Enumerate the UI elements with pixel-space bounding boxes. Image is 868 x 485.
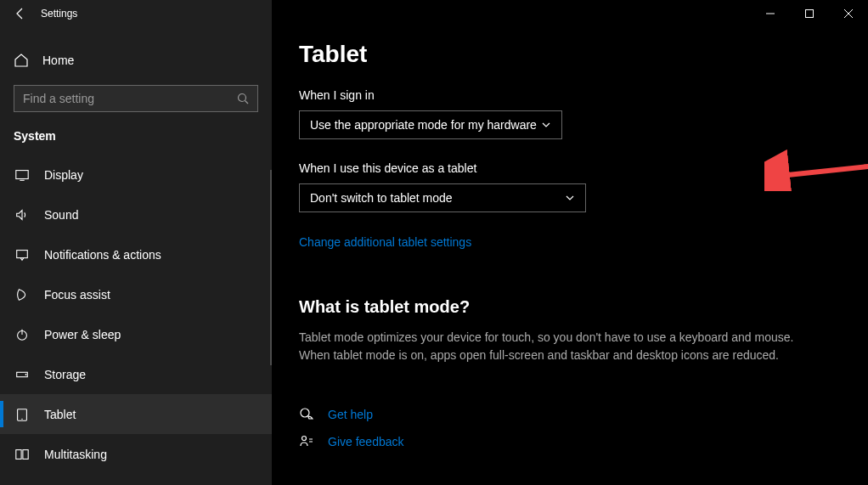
nav-label: Storage — [44, 368, 86, 381]
tablet-icon — [14, 406, 31, 423]
arrow-left-icon — [14, 7, 27, 20]
info-body: Tablet mode optimizes your device for to… — [299, 329, 826, 364]
sound-icon — [14, 206, 31, 223]
nav-label: Notifications & actions — [44, 248, 161, 262]
nav-item-storage[interactable]: Storage — [0, 354, 272, 394]
nav-label: Power & sleep — [44, 328, 121, 341]
device-dropdown-value: Don't switch to tablet mode — [310, 191, 453, 205]
main-content: Tablet When I sign in Use the appropriat… — [272, 0, 868, 485]
feedback-section: Get help Give feedback — [299, 407, 841, 449]
svg-rect-4 — [17, 250, 28, 257]
nav-item-multitasking[interactable]: Multitasking — [0, 434, 272, 474]
sign-in-dropdown-value: Use the appropriate mode for my hardware — [310, 118, 537, 132]
notifications-icon — [14, 246, 31, 263]
svg-rect-11 — [16, 449, 21, 459]
nav-item-sound[interactable]: Sound — [0, 195, 272, 234]
nav-item-tablet[interactable]: Tablet — [0, 394, 272, 434]
window-title: Settings — [41, 8, 77, 20]
maximize-button[interactable] — [790, 0, 829, 27]
home-label: Home — [42, 54, 74, 67]
focus-assist-icon — [14, 286, 31, 303]
search-box[interactable] — [14, 85, 258, 112]
feedback-row[interactable]: Give feedback — [299, 434, 841, 449]
svg-line-1 — [245, 101, 249, 104]
chevron-down-icon — [541, 120, 551, 130]
sign-in-label: When I sign in — [299, 88, 841, 102]
display-icon — [14, 166, 31, 183]
device-label: When I use this device as a tablet — [299, 161, 841, 175]
storage-icon — [14, 366, 31, 383]
additional-settings-link[interactable]: Change additional tablet settings — [299, 235, 471, 249]
power-icon — [14, 326, 31, 343]
back-button[interactable] — [14, 7, 27, 20]
nav-item-notifications[interactable]: Notifications & actions — [0, 234, 272, 274]
svg-point-0 — [239, 94, 246, 102]
page-title: Tablet — [299, 41, 841, 68]
nav-item-focus-assist[interactable]: Focus assist — [0, 274, 272, 314]
nav-item-display[interactable]: Display — [0, 155, 272, 195]
minimize-button[interactable] — [751, 0, 790, 27]
svg-point-10 — [21, 418, 22, 419]
nav-label: Display — [44, 168, 83, 182]
titlebar: Settings — [0, 0, 272, 27]
nav-label: Tablet — [44, 408, 76, 421]
get-help-row[interactable]: Get help — [299, 407, 841, 422]
nav-list: Display Sound Notifications & actions Fo… — [0, 155, 272, 474]
search-input[interactable] — [23, 92, 237, 105]
multitasking-icon — [14, 446, 31, 463]
svg-point-17 — [301, 409, 309, 417]
window-controls — [751, 0, 868, 27]
info-heading: What is tablet mode? — [299, 297, 841, 317]
close-button[interactable] — [829, 0, 868, 27]
svg-rect-12 — [23, 449, 28, 459]
category-label: System — [0, 129, 272, 155]
minimize-icon — [766, 9, 775, 18]
nav-label: Multitasking — [44, 448, 107, 461]
feedback-link[interactable]: Give feedback — [328, 435, 404, 448]
svg-point-18 — [302, 437, 307, 441]
home-icon — [14, 53, 29, 68]
nav-label: Sound — [44, 208, 78, 222]
svg-point-8 — [25, 374, 27, 375]
maximize-icon — [805, 9, 814, 18]
svg-rect-2 — [16, 170, 28, 178]
nav-label: Focus assist — [44, 288, 110, 302]
help-icon — [299, 407, 314, 422]
device-dropdown[interactable]: Don't switch to tablet mode — [299, 183, 586, 212]
sidebar: Settings Home System — [0, 0, 272, 485]
home-nav[interactable]: Home — [0, 44, 272, 76]
svg-rect-14 — [806, 10, 814, 18]
search-icon — [237, 93, 249, 104]
close-icon — [844, 9, 853, 18]
sign-in-dropdown[interactable]: Use the appropriate mode for my hardware — [299, 110, 562, 139]
feedback-icon — [299, 434, 314, 449]
nav-item-power[interactable]: Power & sleep — [0, 314, 272, 354]
get-help-link[interactable]: Get help — [328, 408, 373, 421]
sidebar-content: Home System Display — [0, 0, 272, 474]
chevron-down-icon — [565, 193, 575, 203]
